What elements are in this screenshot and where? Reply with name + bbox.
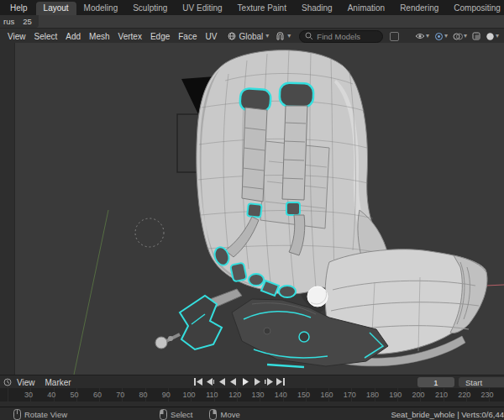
timeline-tick: 190 (386, 391, 405, 399)
tab-uv-editing[interactable]: UV Editing (175, 2, 229, 15)
hint-rotate-view: Rotate View (13, 409, 67, 420)
search-icon (305, 32, 313, 40)
snap-toggle[interactable]: ▾ (276, 32, 291, 41)
chevron-down-icon: ▾ (496, 33, 499, 39)
menu-uv[interactable]: UV (202, 32, 222, 41)
jump-end-button[interactable] (276, 376, 286, 387)
timeline-tick: 90 (157, 391, 176, 399)
timeline-header: View Marker 1 Start (0, 375, 504, 389)
timeline-tick: 150 (295, 391, 313, 399)
timeline-editor-icon[interactable] (0, 378, 12, 386)
tab-shading[interactable]: Shading (294, 2, 340, 15)
timeline-tick: 110 (202, 391, 221, 399)
viewport-header-right: ▾ ▾ ▾ ▾ (415, 32, 504, 41)
topbar: Help Layout Modeling Sculpting UV Editin… (0, 0, 504, 15)
menu-help[interactable]: Help (5, 3, 33, 13)
statusbar: Rotate View Select Move Seat_bride_whole… (0, 407, 504, 420)
tab-modeling[interactable]: Modeling (76, 2, 126, 15)
overlays-icon[interactable]: ▾ (453, 32, 467, 41)
playback-controls (193, 376, 286, 387)
viewport-top-band: rus 25 (0, 15, 504, 28)
timeline-tick: 160 (318, 391, 336, 399)
timeline-tick: 60 (88, 391, 107, 399)
timeline-tick: 230 (478, 391, 496, 399)
timeline-tick: 80 (134, 391, 153, 399)
timeline-tick: 140 (271, 391, 290, 399)
operator-panel-value: 25 (23, 17, 32, 26)
timeline-tick: 50 (66, 391, 84, 399)
tab-texture-paint[interactable]: Texture Paint (230, 2, 294, 15)
object-visibility-icon[interactable]: ▾ (415, 32, 429, 40)
timeline-tick: 100 (180, 391, 198, 399)
timeline-tick: 200 (409, 391, 428, 399)
magnet-icon (276, 32, 285, 41)
chevron-down-icon: ▾ (287, 33, 291, 39)
tab-sculpting[interactable]: Sculpting (125, 2, 175, 15)
xray-toggle-icon[interactable] (472, 32, 480, 40)
timeline-tick: 170 (340, 391, 359, 399)
prev-frame-button[interactable] (217, 376, 227, 387)
tab-animation[interactable]: Animation (340, 2, 392, 15)
menu-mesh[interactable]: Mesh (85, 32, 113, 41)
viewport-canvas[interactable] (0, 43, 504, 375)
scene-stats: Seat_bride_whole | Verts:0/6,44 (391, 410, 504, 419)
timeline-tick: 220 (455, 391, 474, 399)
shading-solid-icon[interactable]: ▾ (486, 32, 499, 41)
sphere-object[interactable] (307, 286, 328, 307)
next-frame-button[interactable] (252, 376, 262, 387)
orientation-dropdown[interactable]: Global ▾ (228, 32, 269, 41)
workspace-tabs: Layout Modeling Sculpting UV Editing Tex… (36, 0, 504, 15)
timeline-right: 1 Start (417, 377, 504, 387)
viewport-header: View Select Add Mesh Vertex Edge Face UV… (0, 28, 504, 45)
tab-compositing[interactable]: Compositing (446, 2, 504, 15)
timeline-tick: 30 (19, 391, 38, 399)
timeline-tick: 70 (111, 391, 129, 399)
jump-start-button[interactable] (193, 376, 203, 387)
frame-start-field[interactable]: Start (459, 377, 504, 387)
search-box[interactable] (299, 30, 383, 43)
chevron-down-icon: ▾ (426, 33, 429, 39)
play-button[interactable] (240, 376, 250, 387)
mouse-icon (209, 409, 217, 420)
mouse-icon (160, 409, 167, 420)
tab-layout[interactable]: Layout (36, 2, 76, 15)
harness-hole-right[interactable] (280, 82, 314, 107)
search-input[interactable] (317, 32, 377, 41)
menu-add[interactable]: Add (61, 32, 85, 41)
timeline-tick: 210 (432, 391, 450, 399)
operator-panel-title: rus (3, 17, 14, 26)
timeline-tick: 180 (364, 391, 382, 399)
filter-checkbox[interactable] (390, 32, 399, 41)
toolbar-strip[interactable] (0, 43, 14, 375)
tab-rendering[interactable]: Rendering (392, 2, 446, 15)
chevron-down-icon: ▾ (464, 33, 467, 39)
viewport[interactable] (0, 43, 504, 375)
timeline-ruler[interactable]: 3040506070809010011012013014015016017018… (0, 388, 504, 402)
strap-adjuster-left[interactable] (247, 203, 261, 218)
chevron-down-icon: ▾ (444, 33, 448, 39)
chevron-down-icon: ▾ (265, 33, 269, 39)
menu-view[interactable]: View (3, 32, 30, 41)
strap-adjuster-right[interactable] (286, 202, 300, 215)
menu-face[interactable]: Face (174, 32, 201, 41)
menu-vertex[interactable]: Vertex (114, 32, 146, 41)
menu-select[interactable]: Select (30, 32, 62, 41)
current-frame-field[interactable]: 1 (417, 377, 454, 387)
timeline-menu-view[interactable]: View (12, 378, 40, 387)
operator-panel-fragment[interactable]: rus 25 (0, 15, 39, 28)
hint-move: Move (209, 409, 239, 420)
menu-edge[interactable]: Edge (146, 32, 174, 41)
hint-select: Select (160, 409, 192, 420)
prev-keyframe-button[interactable] (205, 376, 215, 387)
timeline-tick: 40 (42, 391, 60, 399)
gizmo-icon[interactable]: ▾ (434, 32, 448, 41)
mouse-icon (13, 409, 21, 420)
orientation-label: Global (239, 32, 263, 41)
timeline-menu-marker[interactable]: Marker (40, 378, 76, 387)
timeline-tick: 130 (249, 391, 267, 399)
timeline-tick: 120 (226, 391, 244, 399)
play-reverse-button[interactable] (228, 376, 239, 387)
orientation-globe-icon (228, 32, 236, 40)
next-keyframe-button[interactable] (264, 376, 274, 387)
